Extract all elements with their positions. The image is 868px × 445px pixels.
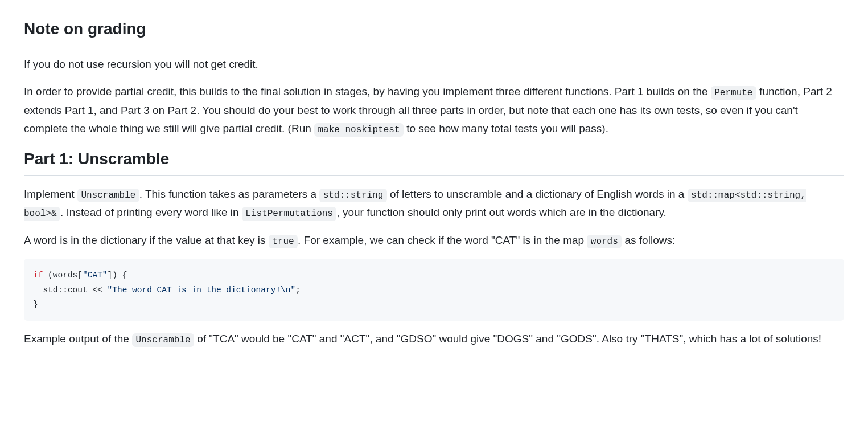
text: as follows: — [622, 234, 675, 246]
keyword-if: if — [33, 271, 43, 280]
text: (words[ — [43, 271, 83, 280]
text: . Instead of printing every word like in — [60, 206, 242, 218]
grading-paragraph-2: In order to provide partial credit, this… — [24, 83, 844, 138]
text: , your function should only print out wo… — [336, 206, 666, 218]
heading-grading: Note on grading — [24, 17, 844, 46]
code-unscramble: Unscramble — [132, 333, 194, 347]
text: } — [33, 300, 38, 309]
code-unscramble: Unscramble — [77, 189, 139, 202]
grading-paragraph-1: If you do not use recursion you will not… — [24, 55, 844, 74]
part1-paragraph-3: Example output of the Unscramble of "TCA… — [24, 330, 844, 348]
code-make-noskiptest: make noskiptest — [314, 123, 404, 137]
code-permute: Permute — [711, 86, 756, 100]
text: ]) { — [108, 271, 127, 280]
text: of letters to unscramble and a dictionar… — [387, 188, 688, 200]
code-block: if (words["CAT"]) { std::cout << "The wo… — [24, 259, 844, 321]
text: Implement — [24, 188, 77, 200]
text: . This function takes as parameters a — [139, 188, 319, 200]
part1-paragraph-2: A word is in the dictionary if the value… — [24, 231, 844, 250]
part1-paragraph-1: Implement Unscramble. This function take… — [24, 185, 844, 222]
string-literal: "CAT" — [83, 271, 108, 280]
text: ; — [295, 285, 301, 295]
heading-part1: Part 1: Unscramble — [24, 147, 844, 176]
text: A word is in the dictionary if the value… — [24, 234, 269, 246]
document-container: Note on grading If you do not use recurs… — [0, 0, 868, 369]
text: Example output of the — [24, 333, 132, 345]
code-stdstring: std::string — [319, 189, 386, 202]
code-listpermutations: ListPermutations — [242, 207, 336, 221]
text: . For example, we can check if the word … — [298, 234, 587, 246]
text: of "TCA" would be "CAT" and "ACT", and "… — [194, 333, 821, 345]
text: std::cout << — [33, 285, 108, 295]
code-true: true — [269, 235, 298, 248]
string-literal: "The word CAT is in the dictionary!\n" — [108, 285, 296, 295]
text: to see how many total tests you will pas… — [404, 123, 608, 134]
code-words: words — [587, 235, 622, 248]
text: In order to provide partial credit, this… — [24, 85, 711, 97]
code-block-content: if (words["CAT"]) { std::cout << "The wo… — [33, 271, 301, 309]
